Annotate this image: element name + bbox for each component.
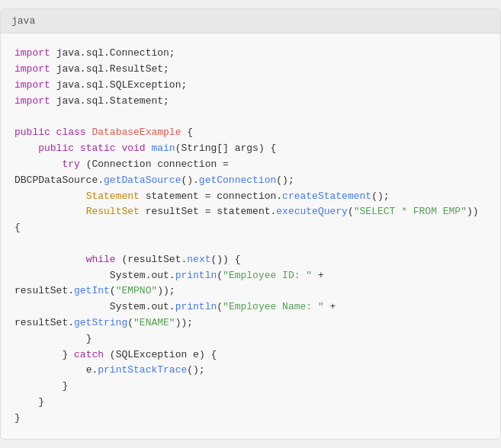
code-block: java import java.sql.Connection; import … xyxy=(0,8,501,439)
code-language-label: java xyxy=(1,9,500,34)
code-content: import java.sql.Connection; import java.… xyxy=(1,34,500,438)
